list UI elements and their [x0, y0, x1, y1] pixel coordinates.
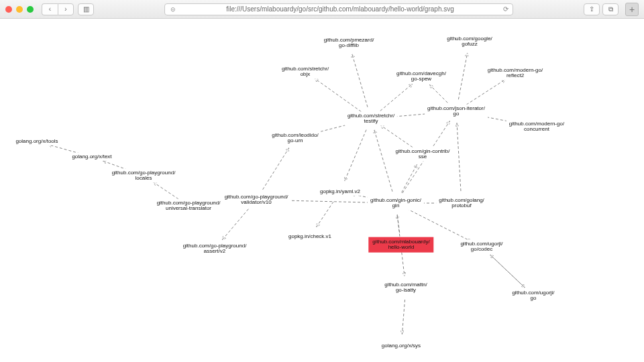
plus-icon: + [629, 4, 635, 15]
graph-node-sse: github.com/gin-contrib/ sse [393, 147, 453, 162]
share-icon: ⇪ [589, 5, 594, 13]
window-close-button[interactable] [5, 6, 12, 13]
graph-node-xsys: golang.org/x/sys [379, 342, 423, 350]
site-info-icon: ⊝ [169, 5, 177, 13]
graph-edge [402, 300, 405, 334]
graph-edge [380, 84, 412, 111]
graph-node-utrans: github.com/go-playground/ universal-tran… [154, 199, 223, 213]
graph-edge [263, 148, 289, 190]
graph-edge [457, 123, 461, 191]
dependency-graph: github.com/mlabouardy/ hello-worldgithub… [0, 19, 644, 362]
new-tab-button[interactable]: + [625, 3, 639, 16]
url-text: file:///Users/mlabouardy/go/src/github.c… [181, 5, 499, 13]
graph-node-difflib: github.com/pmezard/ go-difflib [321, 36, 377, 50]
browser-toolbar: ‹ › ▥ ⊝ file:///Users/mlabouardy/go/src/… [0, 0, 644, 19]
graph-edge [402, 165, 417, 192]
graph-node-concurrent: github.com/modern-go/ concurrent [506, 120, 567, 134]
graph-edge [458, 54, 467, 100]
tabs-icon: ⧉ [608, 5, 613, 13]
graph-edge [466, 80, 505, 105]
reload-icon[interactable]: ⟳ [503, 5, 508, 13]
graph-edge [352, 54, 368, 107]
share-button[interactable]: ⇪ [584, 3, 600, 15]
graph-edge [223, 209, 249, 240]
graph-edge [345, 130, 366, 181]
graph-edge [430, 85, 448, 103]
sidebar-button[interactable]: ▥ [78, 3, 94, 15]
sidebar-icon: ▥ [83, 5, 89, 13]
chevron-left-icon: ‹ [49, 5, 51, 13]
chevron-right-icon: › [64, 5, 66, 13]
graph-node-locales: github.com/go-playground/ locales [109, 169, 178, 183]
nav-back-forward: ‹ › [42, 3, 74, 15]
graph-node-ugorjicodec: github.com/ugorji/ go/codec [458, 240, 505, 254]
graph-edge [374, 130, 392, 191]
address-bar-wrap: ⊝ file:///Users/mlabouardy/go/src/github… [98, 3, 580, 15]
graph-edge [317, 202, 333, 227]
graph-node-hello: github.com/mlabouardy/ hello-world [368, 237, 433, 253]
graph-node-protobuf: github.com/golang/ protobuf [436, 196, 487, 210]
graph-edge [381, 125, 413, 147]
graph-node-mattn: github.com/mattn/ go-isatty [382, 281, 430, 295]
toolbar-right: ⇪ ⧉ [584, 3, 619, 15]
address-bar[interactable]: ⊝ file:///Users/mlabouardy/go/src/github… [164, 3, 513, 15]
tabs-button[interactable]: ⧉ [602, 3, 619, 15]
window-minimize-button[interactable] [16, 6, 23, 13]
forward-button[interactable]: › [58, 3, 74, 15]
window-zoom-button[interactable] [27, 6, 34, 13]
graph-edge [490, 255, 525, 287]
window-traffic-lights [5, 6, 34, 13]
graph-edge [315, 78, 362, 111]
graph-node-spew: github.com/davecgh/ go-spew [394, 70, 449, 84]
graph-node-objx: github.com/stretchr/ objx [279, 65, 331, 79]
graph-edge [407, 208, 471, 241]
graph-node-yaml: gopkg.in/yaml.v2 [317, 188, 363, 196]
back-button[interactable]: ‹ [42, 3, 58, 15]
graph-node-assert: github.com/go-playground/ assert/v2 [180, 242, 250, 256]
graph-node-testify: github.com/stretchr/ testify [345, 112, 397, 126]
graph-node-gin: github.com/gin-gonic/ gin [368, 196, 424, 210]
graph-node-gofuzz: github.com/google/ gofuzz [444, 35, 495, 49]
graph-node-xtext: golang.org/x/text [69, 153, 114, 161]
graph-node-xtools: golang.org/x/tools [13, 137, 60, 145]
graph-node-validator: github.com/go-playground/ validator/v10 [222, 193, 291, 207]
graph-node-jsoniter: github.com/json-iterator/ go [425, 105, 488, 119]
graph-node-gourn: github.com/leodido/ go-urn [269, 131, 321, 145]
graph-node-reflect2: github.com/modern-go/ reflect2 [485, 66, 545, 80]
graph-node-ugorjigo: github.com/ugorji/ go [509, 289, 557, 303]
graph-edge [154, 182, 178, 199]
graph-node-check: gopkg.in/check.v1 [286, 233, 334, 241]
